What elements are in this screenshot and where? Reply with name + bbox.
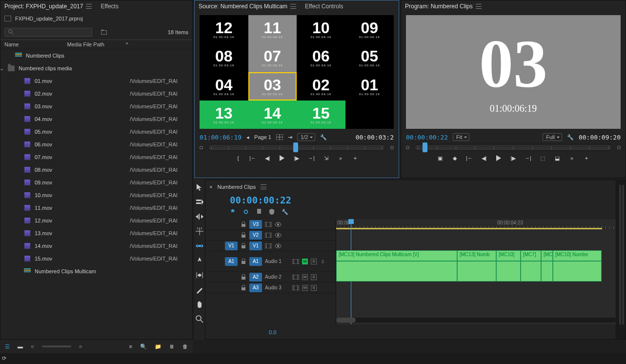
multicam-cell[interactable]: 0801:00:06:19 <box>200 43 248 72</box>
settings-wrench-icon[interactable]: 🔧 <box>282 209 288 215</box>
eye-icon[interactable] <box>275 233 282 238</box>
audio-clip[interactable] <box>553 261 602 282</box>
track-target[interactable]: A2 <box>249 273 262 282</box>
source-tc-current[interactable]: 01:00:06:19 <box>200 134 242 141</box>
track-target[interactable]: V2 <box>249 231 262 240</box>
lock-icon[interactable] <box>241 259 246 264</box>
timeline-tc[interactable]: 00:00:00:22 <box>205 194 616 208</box>
col-name[interactable]: Name <box>4 41 67 47</box>
scrub-start-icon[interactable] <box>200 146 203 149</box>
lock-icon[interactable] <box>241 285 246 291</box>
project-row[interactable]: 01.mov/Volumes/EDIT_RAI <box>0 75 192 87</box>
cc-sync-icon[interactable]: ⟳ <box>0 353 8 364</box>
track-target[interactable]: A1 <box>249 257 262 266</box>
panel-menu-icon[interactable] <box>476 4 482 9</box>
audio-track-header[interactable]: A2Audio 2MS <box>205 272 336 283</box>
step-fwd-icon[interactable]: |▶ <box>292 154 302 162</box>
project-row[interactable]: 04.mov/Volumes/EDIT_RAI <box>0 113 192 125</box>
track-select-tool-icon[interactable] <box>196 198 203 206</box>
scrub-end-icon[interactable] <box>390 146 394 149</box>
go-in-icon[interactable]: |← <box>248 154 258 162</box>
video-clip[interactable]: [MC10] Numbe <box>553 250 602 261</box>
sort-icon[interactable]: ○ <box>79 344 82 349</box>
multicam-cell[interactable]: 0201:00:06:19 <box>297 72 345 101</box>
overflow-icon[interactable]: » <box>336 154 345 162</box>
freeform-view-icon[interactable]: ○ <box>31 344 34 349</box>
go-out-icon[interactable]: →| <box>523 154 533 162</box>
project-row[interactable]: 13.mov/Volumes/EDIT_RAI <box>0 227 192 240</box>
add-button-icon[interactable]: + <box>350 154 360 162</box>
play-icon[interactable] <box>494 154 504 162</box>
eye-icon[interactable] <box>275 243 282 248</box>
column-headers[interactable]: Name Media File Path ^ <box>0 40 192 49</box>
step-back-icon[interactable]: ◀| <box>263 154 272 162</box>
auto-seq-icon[interactable]: ≡ <box>129 344 132 349</box>
selection-tool-icon[interactable] <box>196 183 203 191</box>
marker-icon[interactable]: ◆ <box>450 154 460 162</box>
lock-icon[interactable] <box>241 274 246 280</box>
h-scrollbar[interactable] <box>336 318 616 323</box>
find-icon[interactable]: 🔍 <box>140 344 147 350</box>
audio-clip[interactable] <box>541 261 553 282</box>
video-clip[interactable]: [MC13] Numb <box>457 250 496 261</box>
film-icon[interactable] <box>265 222 272 227</box>
settings-wrench-icon[interactable]: 🔧 <box>320 134 327 141</box>
multicam-cell[interactable] <box>345 101 394 129</box>
tab-effect-controls[interactable]: Effect Controls <box>305 3 343 10</box>
extract-icon[interactable]: ⬓ <box>552 154 562 162</box>
multicam-cell[interactable]: 1201:00:06:19 <box>200 15 248 43</box>
multicam-cell[interactable]: 1301:00:06:19 <box>200 101 248 129</box>
video-clip[interactable]: [MC13] Numbered Clips Multicam [V] <box>336 250 457 261</box>
razor-tool-icon[interactable] <box>196 227 203 235</box>
project-row[interactable]: 05.mov/Volumes/EDIT_RAI <box>0 125 192 138</box>
mark-frame-icon[interactable]: ▣ <box>435 154 445 162</box>
overflow-icon[interactable]: » <box>567 154 577 162</box>
project-row[interactable]: ⌄Numbered clips media <box>0 62 192 75</box>
panel-menu-icon[interactable] <box>290 4 296 9</box>
source-scrubber[interactable] <box>208 144 385 151</box>
ripple-edit-tool-icon[interactable] <box>196 213 203 221</box>
pen-tool-icon[interactable] <box>196 257 203 264</box>
solo-button[interactable]: S <box>311 259 317 264</box>
multicam-cell[interactable]: 0401:00:06:19 <box>200 72 248 101</box>
step-fwd-icon[interactable]: |▶ <box>508 154 518 162</box>
list-view-icon[interactable]: ☰ <box>5 344 10 350</box>
grid-options-icon[interactable] <box>276 134 283 140</box>
project-list[interactable]: Numbered Clips⌄Numbered clips media01.mo… <box>0 49 192 278</box>
multicam-cell[interactable]: 0901:00:06:19 <box>345 15 394 43</box>
rate-stretch-tool-icon[interactable] <box>196 271 203 279</box>
slip-tool-icon[interactable] <box>196 242 203 250</box>
zoom-tool-icon[interactable] <box>196 315 203 323</box>
multicam-cell[interactable]: 0501:00:06:19 <box>345 43 394 72</box>
lock-icon[interactable] <box>241 222 246 227</box>
scrub-start-icon[interactable] <box>406 146 409 149</box>
program-tc-current[interactable]: 00:00:00:22 <box>406 134 448 141</box>
source-tc-duration[interactable]: 00:00:03:2 <box>356 134 394 141</box>
trash-icon[interactable]: 🗑 <box>182 344 188 349</box>
timeline-canvas[interactable]: :00:00 00:00:04:23 [MC13] Numbered Clips… <box>336 219 616 324</box>
project-row[interactable]: 08.mov/Volumes/EDIT_RAI <box>0 163 192 176</box>
project-row[interactable]: 15.mov/Volumes/EDIT_RAI <box>0 252 192 265</box>
audio-clip[interactable] <box>336 261 457 282</box>
multicam-cell[interactable]: 0701:00:06:19 <box>248 43 297 72</box>
icon-view-icon[interactable]: ▬ <box>18 344 23 349</box>
multicam-cell[interactable]: 0301:00:06:19 <box>248 72 297 101</box>
go-in-icon[interactable]: |← <box>464 154 474 162</box>
multicam-cell[interactable]: 1501:00:06:19 <box>297 101 345 129</box>
multicam-cell[interactable]: 0101:00:06:19 <box>345 72 394 101</box>
lock-icon[interactable] <box>241 232 246 238</box>
multicam-cell[interactable]: 1401:00:06:19 <box>248 101 297 129</box>
disclosure-icon[interactable]: ⌄ <box>0 65 4 72</box>
track-target[interactable]: A3 <box>249 283 262 292</box>
audio-clip[interactable] <box>521 261 541 282</box>
mute-button[interactable]: M <box>302 259 308 264</box>
video-clip[interactable]: [MC <box>541 250 553 261</box>
zoom-value[interactable]: 0.0 <box>269 329 276 335</box>
search-input[interactable] <box>4 28 92 37</box>
mute-button[interactable]: M <box>302 285 308 291</box>
film-icon[interactable] <box>292 285 299 290</box>
resolution-dropdown[interactable]: Full <box>543 133 562 141</box>
marker-icon[interactable] <box>256 208 262 215</box>
lift-icon[interactable]: ⬚ <box>538 154 547 162</box>
project-row[interactable]: 02.mov/Volumes/EDIT_RAI <box>0 87 192 100</box>
